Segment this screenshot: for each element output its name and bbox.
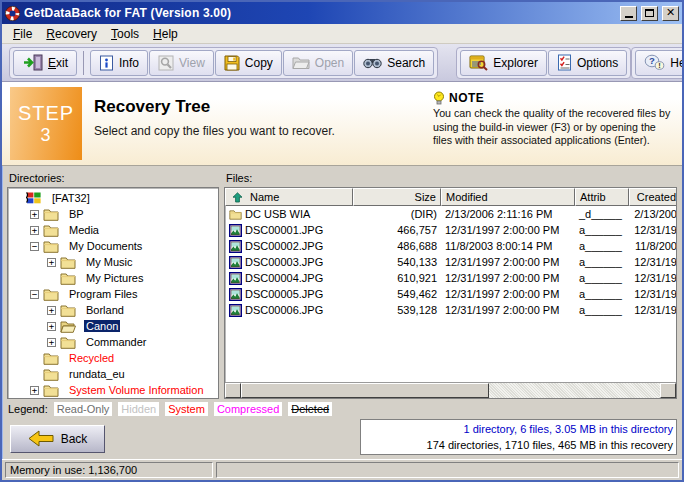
column-header-attrib[interactable]: Attrib xyxy=(575,188,629,206)
tree-item-borland[interactable]: +Borland xyxy=(10,302,218,318)
menu-tools[interactable]: Tools xyxy=(104,25,146,43)
toolbar-copy-button[interactable]: Copy xyxy=(215,50,282,76)
directory-stats: 1 directory, 6 files, 3.05 MB in this di… xyxy=(364,421,673,437)
info-icon xyxy=(99,55,114,71)
cell-name: DSC00005.JPG xyxy=(225,286,353,302)
folder-icon xyxy=(43,288,63,301)
tree-item-program-files[interactable]: −Program Files xyxy=(10,286,218,302)
tree-item-label: BP xyxy=(67,208,86,220)
step-word: STEP xyxy=(18,102,74,124)
tree-item-rundata-eu[interactable]: rundata_eu xyxy=(10,366,218,382)
options-icon xyxy=(557,54,572,71)
expand-toggle[interactable]: + xyxy=(30,386,39,395)
folder-icon xyxy=(229,208,245,221)
collapse-toggle[interactable]: − xyxy=(30,242,39,251)
modified-text: 12/31/1997 2:00:00 PM xyxy=(445,256,559,268)
size-text: (DIR) xyxy=(411,208,437,220)
file-row-dsc00004-jpg[interactable]: DSC00004.JPG610,92112/31/1997 2:00:00 PM… xyxy=(225,270,676,286)
tree-item-label: rundata_eu xyxy=(67,368,127,380)
lifebuoy-icon xyxy=(5,6,20,21)
toolbar-info-button[interactable]: Info xyxy=(90,50,148,76)
file-row-dsc00002-jpg[interactable]: DSC00002.JPG486,68811/8/2003 8:00:14 PMa… xyxy=(225,238,676,254)
expand-toggle[interactable]: + xyxy=(30,210,39,219)
menu-recovery[interactable]: Recovery xyxy=(39,25,104,43)
close-button[interactable]: ✕ xyxy=(662,6,679,21)
created-text: 12/31/19 xyxy=(634,256,676,268)
column-header-name[interactable]: Name xyxy=(225,188,353,206)
cell-modified: 12/31/1997 2:00:00 PM xyxy=(441,286,575,302)
cell-attrib: a______ xyxy=(575,286,629,302)
tree-item-bp[interactable]: +BP xyxy=(10,206,218,222)
cell-modified: 12/31/1997 2:00:00 PM xyxy=(441,254,575,270)
scrollbar-thumb[interactable] xyxy=(241,383,489,398)
scroll-right-button[interactable] xyxy=(660,383,676,398)
tree-item-label: My Documents xyxy=(67,240,144,252)
tree-item-label: Canon xyxy=(84,320,120,332)
tree-item-system-volume-information[interactable]: +System Volume Information xyxy=(10,382,218,398)
note-title: NOTE xyxy=(449,91,484,105)
toolbar-explorer-button[interactable]: Explorer xyxy=(460,50,547,76)
folder-icon xyxy=(43,384,63,397)
file-list-rows: DC USB WIA(DIR)2/13/2006 2:11:16 PM_d___… xyxy=(225,206,676,382)
horizontal-scrollbar[interactable] xyxy=(225,382,676,398)
modified-text: 2/13/2006 2:11:16 PM xyxy=(445,208,552,220)
cell-created: 2/13/200 xyxy=(629,206,676,222)
toolbar-open-button[interactable]: Open xyxy=(283,50,353,76)
page-title: Recovery Tree xyxy=(94,97,421,117)
toolbar-separator xyxy=(83,51,84,75)
file-row-dsc00005-jpg[interactable]: DSC00005.JPG549,46212/31/1997 2:00:00 PM… xyxy=(225,286,676,302)
attrib-text: a______ xyxy=(579,224,622,236)
toolbar-exit-button[interactable]: Exit xyxy=(13,50,77,76)
cell-modified: 12/31/1997 2:00:00 PM xyxy=(441,270,575,286)
expand-toggle[interactable]: + xyxy=(47,258,56,267)
toolbar-search-button[interactable]: Search xyxy=(354,50,434,76)
cell-attrib: a______ xyxy=(575,254,629,270)
tree-item-commander[interactable]: +Commander xyxy=(10,334,218,350)
tree-item-canon[interactable]: +Canon xyxy=(10,318,218,334)
toolbar-view-button[interactable]: View xyxy=(149,50,214,76)
column-header-size[interactable]: Size xyxy=(353,188,441,206)
file-row-dc-usb-wia[interactable]: DC USB WIA(DIR)2/13/2006 2:11:16 PM_d___… xyxy=(225,206,676,222)
cell-created: 12/31/19 xyxy=(629,254,676,270)
expand-toggle[interactable]: + xyxy=(47,306,56,315)
expand-toggle[interactable]: + xyxy=(47,338,56,347)
file-row-dsc00001-jpg[interactable]: DSC00001.JPG466,75712/31/1997 2:00:00 PM… xyxy=(225,222,676,238)
tree-item-my-documents[interactable]: −My Documents xyxy=(10,238,218,254)
recovery-stats: 174 directories, 1710 files, 465 MB in t… xyxy=(364,437,673,453)
column-header-modified[interactable]: Modified xyxy=(441,188,575,206)
expand-toggle[interactable]: + xyxy=(30,226,39,235)
explorer-icon xyxy=(469,54,488,71)
tree-item-my-pictures[interactable]: My Pictures xyxy=(10,270,218,286)
file-row-dsc00006-jpg[interactable]: DSC00006.JPG539,12812/31/1997 2:00:00 PM… xyxy=(225,302,676,318)
modified-text: 12/31/1997 2:00:00 PM xyxy=(445,272,559,284)
column-header-created[interactable]: Created xyxy=(629,188,677,206)
minimize-button[interactable] xyxy=(620,6,637,21)
folder-icon xyxy=(60,272,80,285)
back-button[interactable]: Back xyxy=(10,425,105,453)
cell-attrib: a______ xyxy=(575,238,629,254)
attrib-text: a______ xyxy=(579,304,622,316)
menu-help[interactable]: Help xyxy=(146,25,185,43)
scroll-left-button[interactable] xyxy=(225,383,241,398)
toolbar-group-tools: ExplorerOptions xyxy=(456,47,631,79)
maximize-button[interactable] xyxy=(641,6,658,21)
menu-file[interactable]: File xyxy=(6,25,39,43)
toolbar-help-button[interactable]: ?!Help xyxy=(635,50,684,76)
tree-item-media[interactable]: +Media xyxy=(10,222,218,238)
toolbar-options-button[interactable]: Options xyxy=(548,50,627,76)
cell-created: 11/8/200 xyxy=(629,238,676,254)
modified-text: 12/31/1997 2:00:00 PM xyxy=(445,288,559,300)
tree-item--fat32-[interactable]: [FAT32] xyxy=(10,190,218,206)
folder-icon xyxy=(43,368,63,381)
file-row-dsc00003-jpg[interactable]: DSC00003.JPG540,13312/31/1997 2:00:00 PM… xyxy=(225,254,676,270)
name-text: DSC00005.JPG xyxy=(245,288,323,300)
collapse-toggle[interactable]: − xyxy=(30,290,39,299)
scrollbar-track[interactable] xyxy=(489,383,660,398)
tree-item-my-music[interactable]: +My Music xyxy=(10,254,218,270)
expand-toggle[interactable]: + xyxy=(47,322,56,331)
column-label: Modified xyxy=(446,191,488,203)
image-file-icon xyxy=(229,288,245,301)
tree-item-label: System Volume Information xyxy=(67,384,206,396)
tree-item-recycled[interactable]: Recycled xyxy=(10,350,218,366)
app-window: GetDataBack for FAT (Version 3.00) ✕ Fil… xyxy=(0,0,684,482)
